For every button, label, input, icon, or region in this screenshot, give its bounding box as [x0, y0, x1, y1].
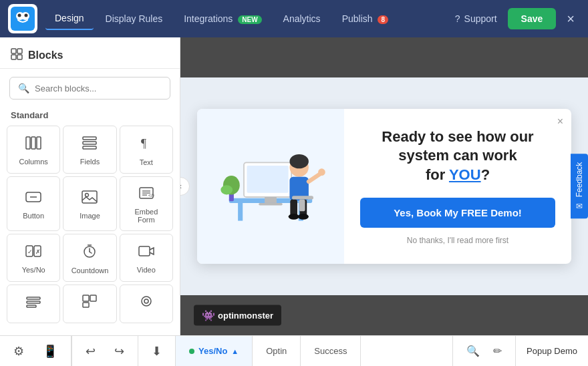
- extra1-icon: [26, 295, 41, 312]
- search-icon: 🔍: [18, 83, 29, 94]
- search-bottom-icon[interactable]: 🔍: [461, 341, 485, 361]
- popup-dismiss-link[interactable]: No thanks, I'll read more first: [407, 236, 508, 245]
- block-button-label: Button: [23, 212, 44, 220]
- app-logo: [8, 4, 37, 33]
- save-button[interactable]: Save: [508, 8, 557, 29]
- svg-rect-33: [27, 297, 40, 299]
- nav-tab-design[interactable]: Design: [45, 7, 94, 30]
- blocks-icon: [11, 48, 23, 63]
- edit-bottom-icon[interactable]: ✏: [488, 341, 507, 361]
- yes-no-icon: ✓✗: [25, 244, 41, 262]
- svg-text:✓: ✓: [27, 248, 33, 255]
- bottom-save-icon: ⬇: [138, 336, 176, 366]
- fields-icon: [82, 136, 97, 154]
- block-fields-label: Fields: [80, 158, 100, 166]
- close-button[interactable]: ×: [561, 9, 580, 29]
- svg-rect-34: [27, 301, 40, 303]
- columns-icon: [25, 136, 41, 154]
- svg-point-39: [142, 297, 151, 306]
- block-columns-label: Columns: [19, 158, 47, 166]
- bottom-tab-optin[interactable]: Optin: [253, 336, 301, 366]
- active-dot: [189, 349, 194, 354]
- save-draft-icon[interactable]: ⬇: [149, 341, 164, 361]
- block-embed-form[interactable]: </> Embed Form: [120, 176, 173, 231]
- canvas-area: ‹ ×: [180, 37, 588, 335]
- integrations-new-badge: NEW: [238, 15, 261, 24]
- search-bar: 🔍: [9, 77, 170, 100]
- svg-rect-46: [265, 197, 277, 203]
- svg-rect-37: [90, 295, 96, 301]
- block-extra3[interactable]: [120, 285, 173, 323]
- mobile-icon[interactable]: 📱: [40, 341, 60, 361]
- feedback-tab[interactable]: ✉ Feedback: [571, 154, 588, 219]
- popup-image-side: [197, 109, 344, 264]
- block-text-label: Text: [140, 158, 153, 166]
- popup-close-button[interactable]: ×: [557, 116, 563, 128]
- block-text[interactable]: ¶ Text: [120, 126, 173, 174]
- feedback-icon: ✉: [575, 201, 584, 210]
- nav-tab-analytics[interactable]: Analytics: [274, 8, 330, 29]
- block-video-label: Video: [137, 266, 156, 274]
- question-icon: ?: [455, 13, 460, 24]
- sidebar-header: Blocks: [0, 37, 180, 69]
- svg-rect-8: [26, 137, 30, 149]
- extra2-icon: [82, 295, 97, 312]
- svg-rect-4: [11, 49, 16, 53]
- popup-cta-button[interactable]: Yes, Book My FREE Demo!: [360, 198, 555, 228]
- optinmonster-badge: 👾 optinmonster: [194, 305, 281, 326]
- embed-form-icon: </>: [138, 186, 154, 204]
- svg-point-18: [86, 194, 89, 197]
- block-embed-form-label: Embed Form: [126, 208, 167, 224]
- button-icon: [25, 190, 41, 208]
- svg-rect-35: [27, 305, 36, 307]
- block-columns[interactable]: Columns: [7, 126, 60, 174]
- extra3-icon: [139, 295, 154, 312]
- block-extra1[interactable]: [7, 285, 60, 323]
- blocks-grid: Columns Fields ¶ Text Butto: [0, 126, 180, 330]
- svg-rect-13: [83, 146, 96, 149]
- svg-rect-45: [247, 166, 288, 193]
- svg-rect-61: [299, 200, 305, 212]
- block-countdown-label: Countdown: [71, 266, 109, 274]
- top-nav: Design Display Rules Integrations NEW An…: [0, 0, 588, 37]
- nav-tab-publish[interactable]: Publish 8: [333, 8, 398, 29]
- block-video[interactable]: Video: [120, 234, 173, 282]
- nav-tab-display-rules[interactable]: Display Rules: [96, 8, 172, 29]
- video-icon: [138, 244, 154, 262]
- block-countdown[interactable]: Countdown: [63, 234, 116, 282]
- image-icon: [82, 190, 98, 208]
- block-yes-no[interactable]: ✓✗ Yes/No: [7, 234, 60, 282]
- svg-point-3: [25, 14, 28, 17]
- block-button[interactable]: Button: [7, 176, 60, 231]
- popup-card: ×: [197, 109, 571, 264]
- svg-rect-6: [11, 55, 16, 59]
- redo-icon[interactable]: ↪: [112, 341, 127, 361]
- section-label: Standard: [0, 108, 180, 126]
- bottom-tab-yes-no[interactable]: Yes/No ▲: [176, 336, 253, 366]
- bottom-tab-success[interactable]: Success: [301, 336, 361, 366]
- search-input[interactable]: [35, 83, 162, 94]
- settings-icon[interactable]: ⚙: [11, 341, 27, 361]
- svg-rect-17: [82, 191, 97, 203]
- svg-rect-5: [17, 49, 22, 53]
- svg-point-50: [220, 185, 233, 194]
- svg-point-58: [298, 214, 309, 220]
- block-fields[interactable]: Fields: [63, 126, 116, 174]
- bottom-tabs: Yes/No ▲ Optin Success: [176, 336, 452, 366]
- svg-rect-55: [290, 200, 297, 216]
- svg-point-2: [18, 14, 21, 17]
- svg-text:</>: </>: [148, 193, 154, 198]
- text-icon: ¶: [139, 136, 154, 154]
- canvas-bottom-bar: 👾 optinmonster: [180, 295, 588, 335]
- svg-text:✗: ✗: [35, 248, 41, 255]
- block-image[interactable]: Image: [63, 176, 116, 231]
- undo-icon[interactable]: ↩: [83, 341, 98, 361]
- support-link[interactable]: ? Support: [447, 8, 505, 29]
- block-extra2[interactable]: [63, 285, 116, 323]
- nav-tab-integrations[interactable]: Integrations NEW: [174, 8, 271, 29]
- canvas-popup-area: ×: [180, 77, 588, 295]
- svg-rect-60: [292, 196, 313, 199]
- countdown-icon: [82, 244, 97, 262]
- sidebar: Blocks 🔍 Standard Columns Fields: [0, 37, 180, 335]
- bottom-bar: ⚙ 📱 ↩ ↪ ⬇ Yes/No ▲ Optin Success 🔍 ✏ Pop…: [0, 335, 588, 366]
